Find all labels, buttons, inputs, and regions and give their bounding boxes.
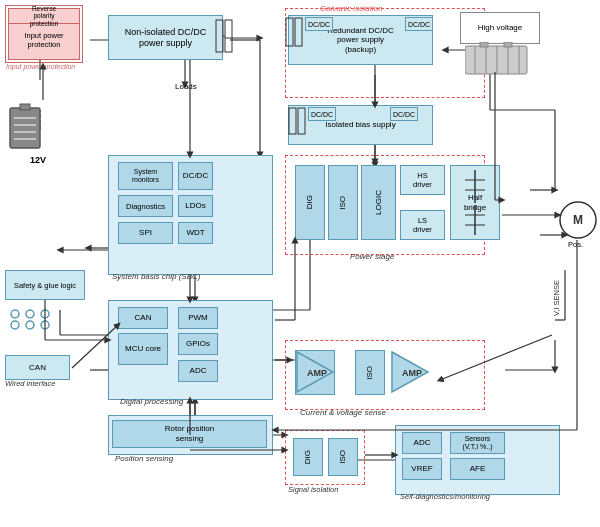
iso-si-block: ISO [328,438,358,476]
can-dp-block: CAN [118,307,168,329]
pwm-block: PWM [178,307,218,329]
amp1-block: AMP [295,350,335,395]
svg-rect-53 [480,42,488,47]
can-wired-block: CAN [5,355,70,380]
svg-rect-37 [20,104,30,110]
iso-ps-block: ISO [328,165,358,240]
battery-icon [8,100,46,155]
dcdc-redundant-right: DC/DC [405,17,433,31]
vref-block: VREF [402,458,442,480]
dcdc-sbc-block: DC/DC [178,162,213,190]
system-monitors-block: System monitors [118,162,173,190]
logic-block: LOGIC [361,165,396,240]
input-power-label: Input power protection [6,63,75,70]
signal-isolation-label: Signal isolation [288,485,338,494]
spi-block: SPI [118,222,173,244]
position-sensing-inner: Rotor position sensing [112,420,267,448]
svg-rect-46 [295,18,302,46]
motor-pos-label: Pos. [568,240,583,249]
svg-point-68 [41,310,49,318]
position-label: Position sensing [115,454,173,463]
svg-rect-43 [225,20,232,52]
high-voltage-battery [465,42,533,80]
afe-block: AFE [450,458,505,480]
redundant-transformer1 [285,17,303,47]
dig-ps-block: DIG [295,165,325,240]
loads-label: Loads [175,82,197,91]
svg-point-70 [26,321,34,329]
dcdc-transformer-icon [215,18,233,54]
half-bridge-block: Half bridge [450,165,500,240]
current-voltage-label: Current & voltage sense [300,408,386,417]
svg-point-66 [11,310,19,318]
iso-transformer-left [288,107,306,135]
svg-rect-55 [289,108,296,134]
hs-driver-block: HS driver [400,165,445,195]
svg-point-71 [41,321,49,329]
svg-text:AMP: AMP [402,368,422,378]
svg-rect-36 [10,108,40,148]
iso-cv-block: ISO [355,350,385,395]
voltage-label: 12V [30,155,46,165]
svg-point-69 [11,321,19,329]
galvanic-label: Galvanic isolation [320,4,383,13]
ls-driver-block: LS driver [400,210,445,240]
self-diag-label: Self-diagnostics/monitoring [400,492,490,501]
adc-dp-block: ADC [178,360,218,382]
high-voltage-block: High voltage [460,12,540,44]
amp2-symbol: AMP [390,350,430,395]
svg-rect-42 [216,20,223,52]
dcdc-redundant-left: DC/DC [305,17,333,31]
wdt-block: WDT [178,222,213,244]
svg-rect-45 [286,18,293,46]
safety-dots [5,308,85,330]
diagram: 12V Input power protection Reverse polar… [0,0,600,527]
svg-rect-56 [298,108,305,134]
dig-si-block: DIG [293,438,323,476]
vi-sense-label: V,I SENSE [552,280,572,360]
svg-point-67 [26,310,34,318]
diagnostics-block: Diagnostics [118,195,173,217]
battery [8,100,46,155]
motor-symbol: M [558,200,598,240]
nonisolated-dcdc-block: Non-isolated DC/DC power supply [108,15,223,60]
amp2-block: AMP [390,350,430,395]
sbc-label: System basis chip (SBC) [112,272,200,281]
wired-interface-label: Wired interface [5,379,55,388]
dcdc-iso-left: DC/DC [308,107,336,121]
safety-glue-block: Safety & glue logic [5,270,85,300]
input-power-outer [5,5,83,63]
svg-rect-47 [465,46,527,74]
gpios-block: GPIOs [178,333,218,355]
digital-proc-label: Digital processing [120,397,183,406]
motor-block: M [558,200,598,240]
dcdc-iso-right: DC/DC [390,107,418,121]
sensors-block: Sensors (V,T,I %..) [450,432,505,454]
mcu-core-block: MCU core [118,333,168,365]
adc-sd-block: ADC [402,432,442,454]
svg-text:M: M [573,213,583,227]
svg-rect-54 [504,42,512,47]
ldos-block: LDOs [178,195,213,217]
power-stage-label: Power stage [350,252,394,261]
